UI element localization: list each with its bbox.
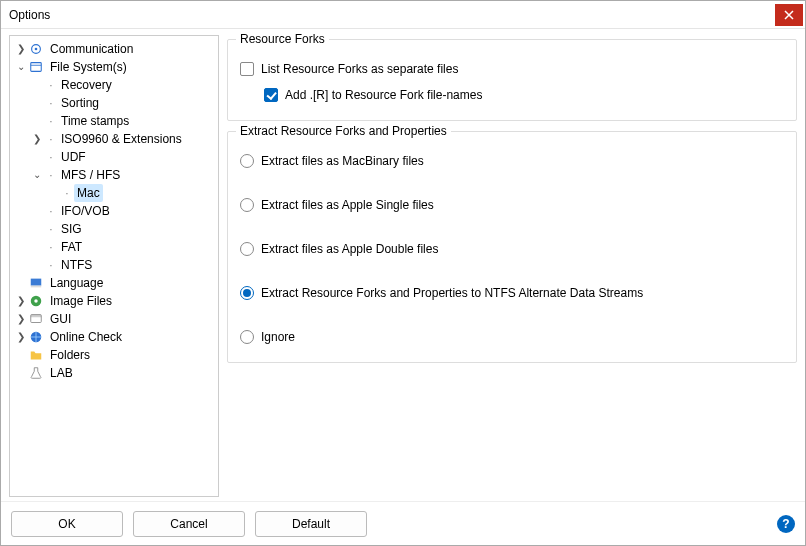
tree-item-ifo-vob[interactable]: ·IFO/VOB — [28, 202, 218, 220]
radio-label: Extract files as MacBinary files — [261, 154, 424, 168]
chevron-down-icon[interactable]: ⌄ — [14, 60, 28, 74]
tree-item-folders[interactable]: ·Folders — [12, 346, 218, 364]
checkbox-list-separate[interactable] — [240, 62, 254, 76]
tree-item-mac-selected: Mac — [74, 184, 103, 202]
window-title: Options — [9, 8, 775, 22]
checkbox-label: Add .[R] to Resource Fork file-names — [285, 88, 482, 102]
chevron-right-icon[interactable]: ❯ — [14, 294, 28, 308]
folder-icon — [28, 347, 44, 363]
chevron-right-icon[interactable]: ❯ — [14, 312, 28, 326]
tree-item-language[interactable]: ·Language — [12, 274, 218, 292]
svg-rect-5 — [31, 286, 42, 288]
default-button[interactable]: Default — [255, 511, 367, 537]
help-icon: ? — [782, 517, 789, 531]
chevron-down-icon[interactable]: ⌄ — [30, 168, 44, 182]
settings-panel: Resource Forks List Resource Forks as se… — [227, 35, 797, 497]
group-legend: Extract Resource Forks and Properties — [236, 124, 451, 138]
options-dialog: Options ❯ Communication ⌄ Fil — [0, 0, 806, 546]
svg-point-1 — [35, 48, 38, 51]
radio-ntfs-ads[interactable] — [240, 286, 254, 300]
image-icon — [28, 293, 44, 309]
checkbox-add-r-suffix[interactable] — [264, 88, 278, 102]
cancel-button[interactable]: Cancel — [133, 511, 245, 537]
tree-item-fat[interactable]: ·FAT — [28, 238, 218, 256]
chevron-right-icon[interactable]: ❯ — [30, 132, 44, 146]
language-icon — [28, 275, 44, 291]
tree-item-mfs-hfs[interactable]: ⌄·MFS / HFS — [28, 166, 218, 184]
tree-item-sig[interactable]: ·SIG — [28, 220, 218, 238]
svg-point-7 — [34, 299, 38, 303]
tree-item-recovery[interactable]: ·Recovery — [28, 76, 218, 94]
tree-item-ntfs[interactable]: ·NTFS — [28, 256, 218, 274]
svg-rect-4 — [31, 279, 42, 286]
tree-item-udf[interactable]: ·UDF — [28, 148, 218, 166]
help-button[interactable]: ? — [777, 515, 795, 533]
chevron-right-icon[interactable]: ❯ — [14, 330, 28, 344]
tree-item-imagefiles[interactable]: ❯Image Files — [12, 292, 218, 310]
comm-icon — [28, 41, 44, 57]
tree-item-communication[interactable]: ❯ Communication — [12, 40, 218, 58]
radio-macbinary[interactable] — [240, 154, 254, 168]
close-icon — [784, 10, 794, 20]
tree-item-filesystems[interactable]: ⌄ File System(s) — [12, 58, 218, 76]
filesystem-icon — [28, 59, 44, 75]
dialog-footer: OK Cancel Default ? — [1, 501, 805, 545]
ok-button[interactable]: OK — [11, 511, 123, 537]
radio-apple-double[interactable] — [240, 242, 254, 256]
tree-item-sorting[interactable]: ·Sorting — [28, 94, 218, 112]
tree-item-gui[interactable]: ❯GUI — [12, 310, 218, 328]
tree-item-mac[interactable]: ·Mac — [44, 184, 218, 202]
svg-rect-9 — [31, 315, 42, 318]
radio-ignore[interactable] — [240, 330, 254, 344]
svg-rect-2 — [31, 63, 42, 72]
titlebar: Options — [1, 1, 805, 29]
radio-label: Extract files as Apple Single files — [261, 198, 434, 212]
lab-icon — [28, 365, 44, 381]
radio-apple-single[interactable] — [240, 198, 254, 212]
gui-icon — [28, 311, 44, 327]
globe-icon — [28, 329, 44, 345]
radio-label: Extract files as Apple Double files — [261, 242, 438, 256]
tree-item-iso[interactable]: ❯·ISO9960 & Extensions — [28, 130, 218, 148]
group-extract: Extract Resource Forks and Properties Ex… — [227, 131, 797, 363]
tree-item-timestamps[interactable]: ·Time stamps — [28, 112, 218, 130]
checkbox-label: List Resource Forks as separate files — [261, 62, 458, 76]
category-tree[interactable]: ❯ Communication ⌄ File System(s) ·Recove… — [9, 35, 219, 497]
radio-label: Ignore — [261, 330, 295, 344]
chevron-right-icon[interactable]: ❯ — [14, 42, 28, 56]
group-legend: Resource Forks — [236, 32, 329, 46]
radio-label: Extract Resource Forks and Properties to… — [261, 286, 643, 300]
tree-item-lab[interactable]: ·LAB — [12, 364, 218, 382]
close-button[interactable] — [775, 4, 803, 26]
tree-item-onlinecheck[interactable]: ❯Online Check — [12, 328, 218, 346]
group-resource-forks: Resource Forks List Resource Forks as se… — [227, 39, 797, 121]
